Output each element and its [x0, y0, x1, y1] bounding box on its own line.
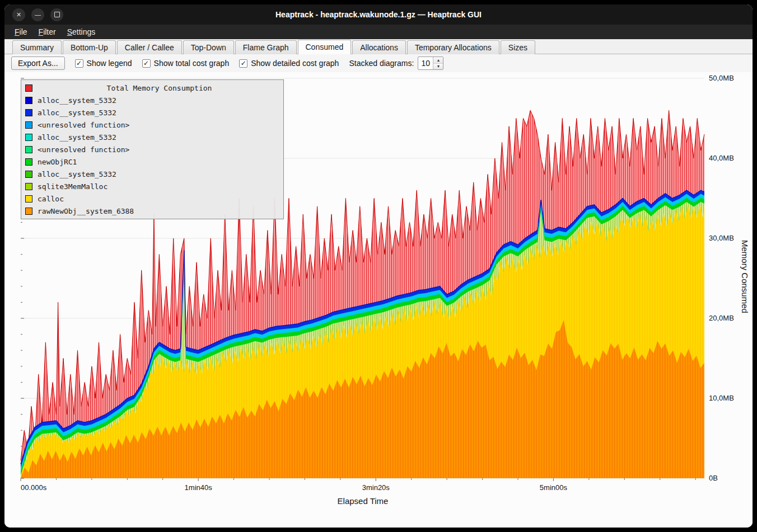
- x-tick-label: 1min40s: [185, 483, 212, 492]
- checkbox-checked-icon: ✓: [239, 59, 247, 68]
- legend-swatch: [25, 146, 32, 153]
- legend-swatch: [25, 134, 32, 141]
- legend-swatch: [25, 121, 32, 129]
- y-tick-label: 40,0MB: [709, 154, 734, 162]
- checkbox-checked-icon: ✓: [75, 59, 83, 68]
- legend-label: newObjRC1: [38, 158, 77, 166]
- legend-item: sqlite3MemMalloc: [24, 180, 281, 192]
- legend-label: <unresolved function>: [38, 121, 129, 129]
- legend-item: newObjRC1: [24, 156, 281, 168]
- legend-swatch: [25, 109, 32, 116]
- legend-swatch: [25, 183, 32, 190]
- spin-up-button[interactable]: ▲: [433, 57, 443, 64]
- maximize-icon: [54, 12, 60, 17]
- stacked-diagrams-group: Stacked diagrams: 10 ▲ ▼: [349, 57, 443, 70]
- menu-item-file[interactable]: File: [9, 26, 33, 38]
- toolbar: Export As... ✓ Show legend ✓ Show total …: [4, 54, 753, 72]
- legend-swatch: [25, 158, 32, 166]
- tab-consumed[interactable]: Consumed: [298, 40, 352, 54]
- tab-bottom-up[interactable]: Bottom-Up: [63, 40, 116, 54]
- x-tick-label: 3min20s: [362, 483, 390, 492]
- checkbox-checked-icon: ✓: [142, 59, 151, 68]
- export-as-button[interactable]: Export As...: [11, 57, 65, 70]
- menu-item-settings[interactable]: Settings: [62, 26, 101, 38]
- legend-label: <unresolved function>: [38, 145, 129, 154]
- tab-caller-callee[interactable]: Caller / Callee: [117, 40, 182, 54]
- legend-swatch: [25, 171, 32, 178]
- legend-swatch: [25, 84, 32, 92]
- menu-item-filter[interactable]: Filter: [33, 26, 62, 38]
- legend-item: <unresolved function>: [24, 143, 281, 156]
- legend-label: rawNewObj__system_6388: [38, 207, 134, 215]
- checkbox-show-legend[interactable]: ✓ Show legend: [75, 59, 132, 68]
- x-tick-label: 5min00s: [540, 483, 567, 492]
- legend-label: sqlite3MemMalloc: [38, 182, 108, 191]
- maximize-button[interactable]: [50, 8, 63, 21]
- legend-header: Total Memory Consumption: [24, 82, 281, 94]
- legend-item: alloc__system_5332: [24, 106, 281, 119]
- tab-summary[interactable]: Summary: [12, 40, 62, 54]
- menubar: File Filter Settings: [4, 25, 753, 39]
- tab-flame-graph[interactable]: Flame Graph: [235, 40, 297, 54]
- checkbox-show-total-cost-graph[interactable]: ✓ Show total cost graph: [142, 59, 230, 68]
- legend-item: alloc__system_5332: [24, 94, 281, 106]
- legend-item: alloc__system_5332: [24, 168, 281, 180]
- tab-bar: Summary Bottom-Up Caller / Callee Top-Do…: [4, 39, 753, 54]
- close-icon: ✕: [16, 11, 21, 18]
- legend-label: alloc__system_5332: [38, 170, 116, 178]
- y-tick-label: 10,0MB: [709, 394, 734, 402]
- chart-legend: Total Memory Consumptionalloc__system_53…: [21, 79, 284, 219]
- tab-allocations[interactable]: Allocations: [352, 40, 406, 54]
- legend-label: calloc: [38, 195, 64, 203]
- stacked-diagrams-label: Stacked diagrams:: [349, 59, 414, 68]
- y-tick-label: 50,0MB: [709, 74, 734, 82]
- legend-swatch: [25, 208, 32, 215]
- legend-item: alloc__system_5332: [24, 131, 281, 143]
- checkbox-show-detailed-cost-graph[interactable]: ✓ Show detailed cost graph: [239, 59, 339, 68]
- arrow-down-icon: ▼: [436, 64, 440, 68]
- legend-label: Total Memory Consumption: [38, 84, 281, 92]
- x-tick-label: 00.000s: [21, 483, 46, 492]
- legend-item: rawNewObj__system_6388: [24, 205, 281, 217]
- checkbox-show-detailed-cost-graph-label: Show detailed cost graph: [251, 59, 339, 68]
- minimize-icon: —: [35, 11, 41, 18]
- legend-label: alloc__system_5332: [38, 109, 116, 117]
- x-axis-title: Elapsed Time: [338, 496, 389, 506]
- minimize-button[interactable]: —: [31, 8, 44, 21]
- stacked-diagrams-value[interactable]: 10: [418, 57, 433, 69]
- y-tick-label: 30,0MB: [709, 234, 734, 242]
- chart-area: Elapsed Time Memory Consumed Total Memor…: [4, 72, 753, 528]
- stacked-diagrams-spinbox[interactable]: 10 ▲ ▼: [418, 57, 443, 70]
- tab-top-down[interactable]: Top-Down: [183, 40, 234, 54]
- tab-sizes[interactable]: Sizes: [501, 40, 535, 54]
- y-tick-label: 20,0MB: [709, 314, 734, 322]
- legend-item: calloc: [24, 192, 281, 205]
- close-button[interactable]: ✕: [12, 8, 25, 21]
- y-tick-label: 0B: [709, 474, 718, 482]
- app-window: ✕ — Heaptrack - heaptrack.wakunode.1.gz …: [4, 4, 753, 528]
- y-axis-title: Memory Consumed: [740, 240, 750, 313]
- legend-label: alloc__system_5332: [38, 133, 116, 142]
- checkbox-show-total-cost-graph-label: Show total cost graph: [154, 59, 230, 68]
- legend-swatch: [25, 195, 32, 203]
- legend-item: <unresolved function>: [24, 119, 281, 131]
- checkbox-show-legend-label: Show legend: [87, 59, 132, 68]
- window-title: Heaptrack - heaptrack.wakunode.1.gz — He…: [4, 10, 753, 19]
- legend-swatch: [25, 97, 32, 104]
- arrow-up-icon: ▲: [436, 58, 440, 62]
- titlebar: ✕ — Heaptrack - heaptrack.wakunode.1.gz …: [4, 4, 753, 25]
- spin-down-button[interactable]: ▼: [433, 64, 443, 70]
- legend-label: alloc__system_5332: [38, 96, 116, 105]
- tab-temporary-allocations[interactable]: Temporary Allocations: [407, 40, 499, 54]
